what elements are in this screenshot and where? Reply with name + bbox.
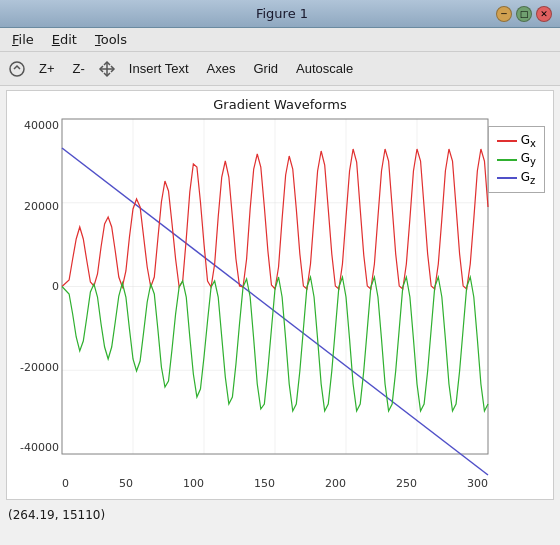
y-axis-labels: 40000 20000 0 -20000 -40000 [11,119,61,454]
menu-edit[interactable]: Edit [44,30,85,49]
y-label-neg20000: -20000 [20,361,59,374]
legend-gz-label: Gz [521,170,536,186]
legend-gy: Gy [497,151,536,167]
y-label-40000: 40000 [24,119,59,132]
y-label-0: 0 [52,280,59,293]
plot-svg [62,119,488,454]
svg-point-0 [10,62,24,76]
minimize-button[interactable]: ─ [496,6,512,22]
legend-gx: Gx [497,133,536,149]
pan-icon[interactable] [96,58,118,80]
zoom-out-button[interactable]: Z- [66,57,92,80]
grid-button[interactable]: Grid [246,57,285,80]
x-axis-labels: 0 50 100 150 200 250 300 [62,473,488,493]
plot-area: Gradient Waveforms 40000 20000 0 -20000 … [6,90,554,500]
x-label-250: 250 [396,477,417,490]
status-bar: (264.19, 15110) [0,504,560,526]
x-label-150: 150 [254,477,275,490]
x-label-50: 50 [119,477,133,490]
plot-title: Gradient Waveforms [7,91,553,112]
menu-file[interactable]: File [4,30,42,49]
legend-gz-line [497,177,517,179]
plot-canvas [62,119,488,454]
legend: Gx Gy Gz [488,126,545,193]
menu-bar: File Edit Tools [0,28,560,52]
title-bar: Figure 1 ─ □ ✕ [0,0,560,28]
coordinates-display: (264.19, 15110) [8,508,105,522]
insert-text-button[interactable]: Insert Text [122,57,196,80]
x-label-200: 200 [325,477,346,490]
zoom-in-button[interactable]: Z+ [32,57,62,80]
menu-tools[interactable]: Tools [87,30,135,49]
legend-gz: Gz [497,170,536,186]
legend-gx-label: Gx [521,133,536,149]
axes-button[interactable]: Axes [200,57,243,80]
legend-gy-label: Gy [521,151,536,167]
window-controls: ─ □ ✕ [496,6,552,22]
x-label-300: 300 [467,477,488,490]
maximize-button[interactable]: □ [516,6,532,22]
legend-gy-line [497,159,517,161]
toolbar: Z+ Z- Insert Text Axes Grid Autoscale [0,52,560,86]
window-title: Figure 1 [68,6,496,21]
x-label-0: 0 [62,477,69,490]
x-label-100: 100 [183,477,204,490]
autoscale-button[interactable]: Autoscale [289,57,360,80]
home-icon[interactable] [6,58,28,80]
legend-gx-line [497,140,517,142]
y-label-20000: 20000 [24,200,59,213]
y-label-neg40000: -40000 [20,441,59,454]
close-button[interactable]: ✕ [536,6,552,22]
